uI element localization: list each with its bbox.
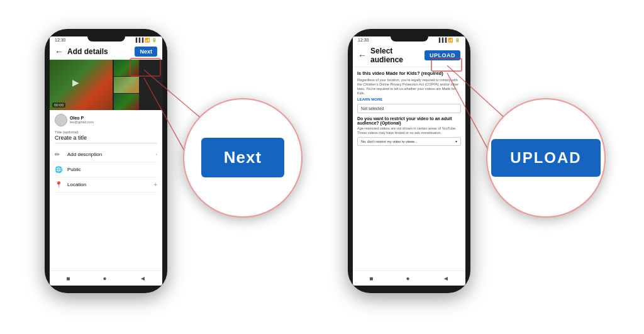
play-icon[interactable]: ▶ xyxy=(72,77,79,87)
account-info: Oleo P leo@gmail.com xyxy=(70,116,94,124)
account-email: leo@gmail.com xyxy=(70,120,94,124)
menu-arrow-description: › xyxy=(155,152,157,157)
scene: 12:30 ▐▐▐ 📶 🔋 ← Add details Next ▶ xyxy=(0,0,644,334)
video-thumbnails xyxy=(114,60,139,110)
location-icon: 📍 xyxy=(55,181,64,188)
phone-notch-right xyxy=(391,36,428,42)
thumb-3 xyxy=(114,94,139,110)
page-title-left: Add details xyxy=(67,47,135,56)
section2-desc: Age-restricted videos are not shown in c… xyxy=(357,126,461,135)
status-time-left: 12:30 xyxy=(55,38,66,42)
title-value[interactable]: Create a title xyxy=(55,135,157,143)
phone-notch-left xyxy=(87,36,125,42)
bottom-nav-left: ■ ● ◄ xyxy=(50,270,162,286)
menu-label-description: Add description xyxy=(67,152,152,157)
menu-label-location: Location xyxy=(67,182,150,187)
menu-item-description[interactable]: ✏ Add description › xyxy=(55,147,157,162)
section1-desc: Regardless of your location, you're lega… xyxy=(357,78,461,96)
right-phone-screen: 12:30 ▐▐▐ 📶 🔋 ← Select audience UPLOAD I… xyxy=(353,36,465,286)
zoom-circle-next: Next xyxy=(183,98,303,218)
left-section: 12:30 ▐▐▐ 📶 🔋 ← Add details Next ▶ xyxy=(32,10,309,325)
section1-title: Is this video Made for Kids? (required) xyxy=(357,70,461,76)
avatar xyxy=(55,114,67,126)
title-label: Title (optional) xyxy=(55,130,157,134)
zoom-upload-button[interactable]: UPLOAD xyxy=(491,139,600,177)
adult-dropdown-value: No, don't restrict my video to viewe... xyxy=(361,140,418,143)
menu-plus-location: + xyxy=(153,181,157,188)
thumb-2 xyxy=(114,77,139,93)
left-phone-screen: 12:30 ▐▐▐ 📶 🔋 ← Add details Next ▶ xyxy=(50,36,162,286)
globe-icon: 🌐 xyxy=(55,166,64,173)
menu-item-public[interactable]: 🌐 Public xyxy=(55,162,157,177)
pencil-icon: ✏ xyxy=(55,151,64,158)
top-bar-left: ← Add details Next xyxy=(50,44,162,60)
audience-content: Is this video Made for Kids? (required) … xyxy=(353,67,465,270)
video-time: 00:00 xyxy=(52,103,65,108)
left-phone: 12:30 ▐▐▐ 📶 🔋 ← Add details Next ▶ xyxy=(45,29,167,293)
nav-square-left[interactable]: ■ xyxy=(66,275,70,282)
thumb-1 xyxy=(114,60,139,76)
menu-item-location[interactable]: 📍 Location + xyxy=(55,177,157,192)
account-name: Oleo P xyxy=(70,116,94,120)
right-phone: 12:30 ▐▐▐ 📶 🔋 ← Select audience UPLOAD I… xyxy=(348,29,470,293)
nav-circle-right[interactable]: ● xyxy=(406,275,410,282)
right-phone-wrapper: 12:30 ▐▐▐ 📶 🔋 ← Select audience UPLOAD I… xyxy=(348,29,470,293)
next-button[interactable]: Next xyxy=(135,47,157,57)
account-row: Oleo P leo@gmail.com xyxy=(55,114,157,126)
kids-dropdown[interactable]: Not selected xyxy=(357,104,461,113)
adult-dropdown[interactable]: No, don't restrict my video to viewe... … xyxy=(357,137,461,146)
nav-square-right[interactable]: ■ xyxy=(369,275,373,282)
upload-button[interactable]: UPLOAD xyxy=(425,50,460,60)
signal-icons-right: ▐▐▐ 📶 🔋 xyxy=(437,38,460,43)
dropdown-chevron: ▾ xyxy=(455,140,457,143)
page-title-right: Select audience xyxy=(370,47,425,64)
nav-back-left[interactable]: ◄ xyxy=(140,275,146,282)
learn-more-link[interactable]: LEARN MORE xyxy=(357,97,461,101)
right-section: 12:30 ▐▐▐ 📶 🔋 ← Select audience UPLOAD I… xyxy=(335,10,612,325)
nav-circle-left[interactable]: ● xyxy=(103,275,107,282)
left-phone-wrapper: 12:30 ▐▐▐ 📶 🔋 ← Add details Next ▶ xyxy=(45,29,167,293)
nav-back-right[interactable]: ◄ xyxy=(443,275,449,282)
zoom-circle-upload: UPLOAD xyxy=(486,98,606,218)
top-bar-right: ← Select audience UPLOAD xyxy=(353,44,465,67)
back-arrow-left[interactable]: ← xyxy=(55,47,64,57)
content-area-left: Oleo P leo@gmail.com Title (optional) Cr… xyxy=(50,110,162,270)
back-arrow-right[interactable]: ← xyxy=(358,50,367,60)
bottom-nav-right: ■ ● ◄ xyxy=(353,270,465,286)
video-area: ▶ 00:00 xyxy=(50,60,162,110)
section2-title: Do you want to restrict your video to an… xyxy=(357,116,461,125)
zoom-next-button[interactable]: Next xyxy=(201,138,284,177)
signal-icons-left: ▐▐▐ 📶 🔋 xyxy=(134,38,157,43)
menu-label-public: Public xyxy=(67,167,157,172)
status-time-right: 12:30 xyxy=(358,38,369,42)
